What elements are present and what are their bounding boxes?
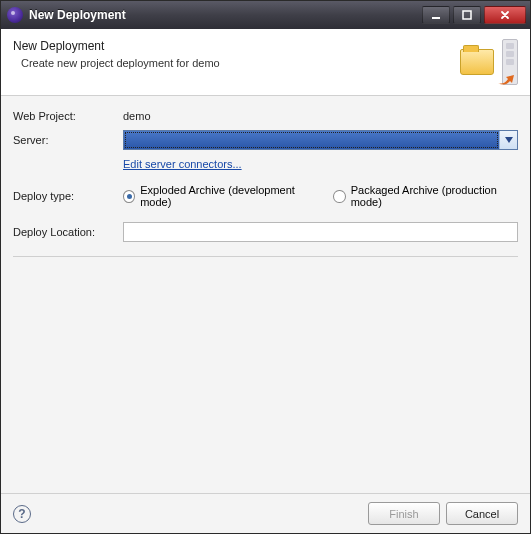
edit-server-connectors-link[interactable]: Edit server connectors... bbox=[123, 158, 242, 170]
row-web-project: Web Project: demo bbox=[13, 110, 518, 122]
row-deploy-type: Deploy type: Exploded Archive (developme… bbox=[13, 184, 518, 208]
close-button[interactable] bbox=[484, 6, 526, 24]
dialog-footer: ? Finish Cancel bbox=[1, 493, 530, 533]
dialog-header: New Deployment Create new project deploy… bbox=[1, 29, 530, 96]
radio-dot-icon bbox=[333, 190, 345, 203]
deploy-location-label: Deploy Location: bbox=[13, 226, 123, 238]
deploy-type-label: Deploy type: bbox=[13, 190, 123, 202]
deploy-type-group: Exploded Archive (development mode) Pack… bbox=[123, 184, 518, 208]
window-title: New Deployment bbox=[29, 8, 422, 22]
dialog-window: New Deployment New Deployment Create new… bbox=[0, 0, 531, 534]
radio-packaged-label: Packaged Archive (production mode) bbox=[351, 184, 518, 208]
radio-exploded-label: Exploded Archive (development mode) bbox=[140, 184, 315, 208]
web-project-label: Web Project: bbox=[13, 110, 123, 122]
folder-icon bbox=[460, 49, 494, 75]
deploy-banner-icon bbox=[460, 39, 518, 87]
radio-packaged-archive[interactable]: Packaged Archive (production mode) bbox=[333, 184, 518, 208]
finish-button[interactable]: Finish bbox=[368, 502, 440, 525]
titlebar[interactable]: New Deployment bbox=[1, 1, 530, 29]
radio-exploded-archive[interactable]: Exploded Archive (development mode) bbox=[123, 184, 315, 208]
row-deploy-location: Deploy Location: bbox=[13, 222, 518, 242]
row-edit-connectors: Edit server connectors... bbox=[13, 158, 518, 170]
cancel-button[interactable]: Cancel bbox=[446, 502, 518, 525]
radio-dot-icon bbox=[123, 190, 135, 203]
svg-rect-1 bbox=[463, 11, 471, 19]
svg-rect-0 bbox=[432, 17, 440, 19]
help-icon[interactable]: ? bbox=[13, 505, 31, 523]
maximize-button[interactable] bbox=[453, 6, 481, 24]
header-title: New Deployment bbox=[13, 39, 460, 53]
form-area: Web Project: demo Server: Edit server co… bbox=[1, 96, 530, 493]
server-combobox-field[interactable] bbox=[124, 131, 499, 149]
minimize-button[interactable] bbox=[422, 6, 450, 24]
server-label: Server: bbox=[13, 134, 123, 146]
deploy-location-input[interactable] bbox=[123, 222, 518, 242]
eclipse-icon bbox=[7, 7, 23, 23]
row-server: Server: bbox=[13, 130, 518, 150]
deploy-arrow-icon bbox=[496, 73, 516, 87]
header-subtitle: Create new project deployment for demo bbox=[13, 57, 460, 69]
web-project-value: demo bbox=[123, 110, 151, 122]
window-controls bbox=[422, 6, 526, 24]
server-combobox[interactable] bbox=[123, 130, 518, 150]
separator bbox=[13, 256, 518, 257]
server-combobox-button[interactable] bbox=[499, 131, 517, 149]
